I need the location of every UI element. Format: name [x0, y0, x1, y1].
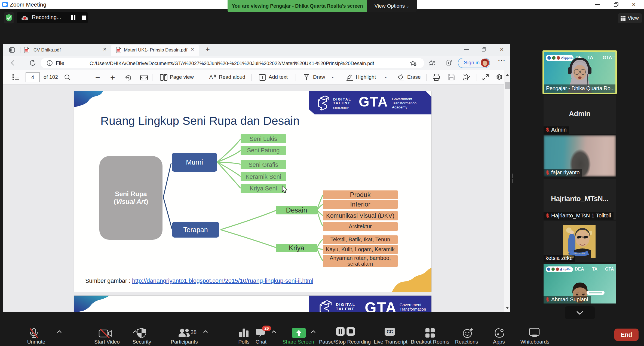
- svg-text:PDF: PDF: [25, 50, 28, 51]
- svg-text:Ketsia Zeke: Ketsia Zeke: [574, 252, 585, 255]
- svg-text:PDF: PDF: [117, 50, 120, 51]
- svg-text:A: A: [209, 74, 213, 81]
